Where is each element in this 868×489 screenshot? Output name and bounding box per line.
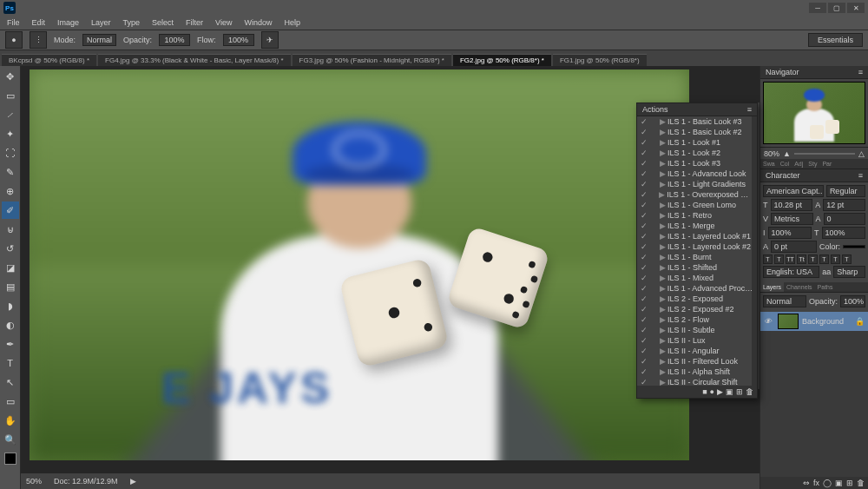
action-expand-icon[interactable]: ▶	[660, 274, 665, 282]
action-check-icon[interactable]: ✓	[641, 232, 648, 241]
action-expand-icon[interactable]: ▶	[660, 347, 665, 355]
action-check-icon[interactable]: ✓	[641, 180, 648, 188]
layer-name[interactable]: Background	[802, 317, 844, 326]
type-tool[interactable]: T	[2, 354, 19, 372]
lock-icon[interactable]: 🔒	[855, 317, 865, 326]
airbrush-icon[interactable]: ✈	[261, 31, 279, 49]
action-item[interactable]: ✓▶ILS II - Angular	[637, 346, 757, 356]
action-item[interactable]: ✓▶ILS 2 - Exposed #2	[637, 304, 757, 314]
menu-edit[interactable]: Edit	[27, 17, 51, 28]
brush-tool[interactable]: ✐	[2, 202, 19, 219]
panel-tab-paths[interactable]: Paths	[815, 282, 836, 292]
action-item[interactable]: ✓▶ILS 1 - Retro	[637, 210, 757, 221]
action-item[interactable]: ✓▶ILS 1 - Layered Look #2	[637, 241, 757, 252]
smallcaps-button[interactable]: Tt	[797, 254, 806, 264]
action-check-icon[interactable]: ✓	[641, 221, 648, 230]
panel-tab[interactable]: Par	[819, 159, 834, 169]
character-title[interactable]: Character	[766, 171, 800, 180]
navigator-slider[interactable]	[794, 153, 855, 155]
new-set-icon[interactable]: ▣	[726, 387, 733, 396]
action-expand-icon[interactable]: ▶	[660, 128, 665, 136]
action-expand-icon[interactable]: ▶	[660, 149, 665, 157]
document-tab[interactable]: FG4.jpg @ 33.3% (Black & White - Basic, …	[98, 54, 291, 66]
italic-button[interactable]: T	[774, 254, 784, 264]
action-item[interactable]: ✓▶ILS II - Subtle	[637, 325, 757, 335]
kerning-field[interactable]: Metrics	[771, 213, 812, 225]
pen-tool[interactable]: ✒	[2, 335, 19, 353]
baseline-field[interactable]: 0 pt	[771, 241, 817, 253]
close-button[interactable]: ✕	[847, 3, 865, 13]
record-icon[interactable]: ●	[710, 387, 714, 396]
text-color-swatch[interactable]	[843, 245, 865, 248]
action-item[interactable]: ✓▶ILS II - Circular Shift	[637, 377, 757, 386]
new-action-icon[interactable]: ⊞	[736, 387, 743, 396]
panel-menu-icon[interactable]: ≡	[858, 68, 863, 76]
action-expand-icon[interactable]: ▶	[660, 305, 665, 314]
action-check-icon[interactable]: ✓	[641, 378, 648, 386]
play-icon[interactable]: ▶	[717, 387, 723, 396]
action-expand-icon[interactable]: ▶	[660, 357, 665, 366]
hscale-field[interactable]: 100%	[822, 227, 866, 239]
action-expand-icon[interactable]: ▶	[660, 138, 665, 147]
action-check-icon[interactable]: ✓	[641, 159, 648, 168]
stamp-tool[interactable]: ⊌	[2, 221, 19, 238]
action-item[interactable]: ✓▶ILS 1 - Basic Look #2	[637, 127, 757, 137]
zoom-tool[interactable]: 🔍	[2, 431, 19, 448]
layer-opacity-field[interactable]: 100%	[840, 295, 865, 307]
menu-select[interactable]: Select	[147, 17, 179, 28]
leading-field[interactable]: 12 pt	[823, 199, 865, 211]
action-check-icon[interactable]: ✓	[641, 138, 648, 147]
caps-button[interactable]: TT	[786, 254, 795, 264]
action-expand-icon[interactable]: ▶	[660, 169, 665, 178]
action-check-icon[interactable]: ✓	[641, 149, 648, 157]
layer-row[interactable]: 👁 Background 🔒	[760, 312, 868, 331]
action-check-icon[interactable]: ✓	[641, 336, 648, 345]
panel-menu-icon[interactable]: ≡	[747, 105, 752, 114]
action-check-icon[interactable]: ✓	[641, 190, 648, 199]
status-arrow-icon[interactable]: ▶	[130, 477, 136, 486]
crop-tool[interactable]: ⛶	[2, 144, 19, 162]
layer-thumbnail[interactable]	[778, 314, 799, 329]
action-item[interactable]: ✓▶ILS 1 - Overexposed Bokeh	[637, 189, 757, 200]
action-check-icon[interactable]: ✓	[641, 315, 648, 324]
gradient-tool[interactable]: ▤	[2, 278, 19, 295]
action-item[interactable]: ✓▶ILS 1 - Burnt	[637, 252, 757, 262]
action-item[interactable]: ✓▶ILS 1 - Layered Look #1	[637, 231, 757, 241]
menu-file[interactable]: File	[2, 17, 25, 28]
action-check-icon[interactable]: ✓	[641, 305, 648, 314]
layer-fx-icon[interactable]: fx	[813, 479, 819, 487]
history-brush-tool[interactable]: ↺	[2, 240, 19, 257]
zoom-out-icon[interactable]: ▲	[783, 149, 791, 158]
hand-tool[interactable]: ✋	[2, 412, 19, 429]
path-tool[interactable]: ↖	[2, 373, 19, 391]
visibility-icon[interactable]: 👁	[764, 317, 774, 326]
action-expand-icon[interactable]: ▶	[660, 284, 665, 293]
action-expand-icon[interactable]: ▶	[660, 315, 665, 324]
action-check-icon[interactable]: ✓	[641, 274, 648, 282]
menu-help[interactable]: Help	[279, 17, 306, 28]
action-check-icon[interactable]: ✓	[641, 117, 648, 126]
action-item[interactable]: ✓▶ILS 1 - Advanced Look	[637, 169, 757, 179]
document-tab[interactable]: FG1.jpg @ 50% (RGB/8*)	[553, 54, 647, 66]
delete-layer-icon[interactable]: 🗑	[857, 479, 865, 487]
tracking-field[interactable]: 0	[824, 213, 865, 225]
action-expand-icon[interactable]: ▶	[660, 294, 665, 303]
action-check-icon[interactable]: ✓	[641, 294, 648, 303]
brush-settings-icon[interactable]: ⋮	[30, 31, 47, 49]
action-check-icon[interactable]: ✓	[641, 367, 648, 376]
action-expand-icon[interactable]: ▶	[660, 263, 665, 272]
action-expand-icon[interactable]: ▶	[660, 180, 665, 188]
navigator-zoom[interactable]: 80%	[764, 149, 779, 158]
lasso-tool[interactable]: ⟋	[2, 106, 19, 123]
menu-image[interactable]: Image	[52, 17, 84, 28]
action-expand-icon[interactable]: ▶	[660, 232, 665, 241]
action-expand-icon[interactable]: ▶	[660, 367, 665, 376]
action-item[interactable]: ✓▶ILS 1 - Look #2	[637, 148, 757, 158]
action-item[interactable]: ✓▶ILS II - Filtered Look	[637, 356, 757, 367]
action-item[interactable]: ✓▶ILS 1 - Advanced Process	[637, 283, 757, 294]
action-check-icon[interactable]: ✓	[641, 253, 648, 261]
layer-mask-icon[interactable]: ◯	[823, 479, 832, 487]
delete-action-icon[interactable]: 🗑	[746, 387, 753, 396]
panel-tab[interactable]: Sty	[806, 159, 819, 169]
mode-select[interactable]: Normal	[82, 34, 116, 46]
